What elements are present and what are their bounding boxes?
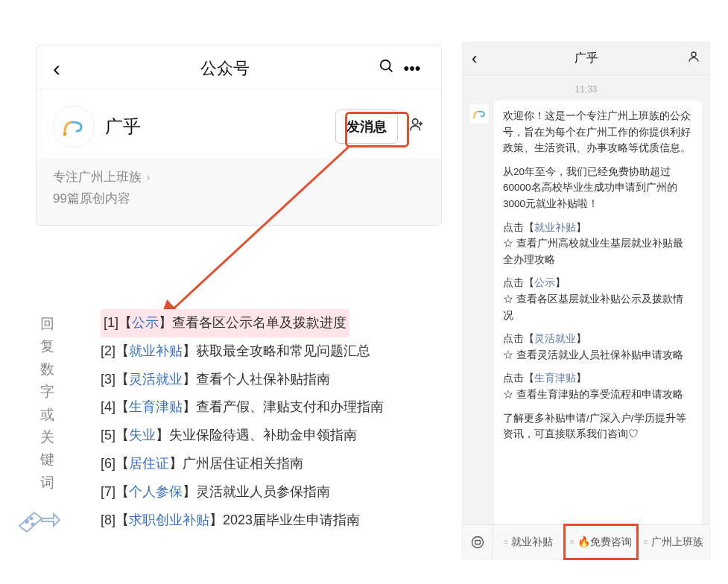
more-icon[interactable]: •••	[399, 59, 425, 78]
chat-avatar	[469, 104, 490, 124]
profile-header: ‹ 公众号 •••	[37, 45, 441, 89]
chat-profile-icon[interactable]	[683, 50, 700, 67]
svg-point-3	[413, 119, 418, 124]
keyword-row[interactable]: [5]【失业】失业保险待遇、补助金申领指南	[101, 422, 421, 450]
search-icon[interactable]	[374, 58, 399, 79]
keyword-row[interactable]: [1]【公示】查看各区公示名单及拨款进度	[101, 309, 349, 337]
svg-line-1	[389, 69, 393, 72]
menu-item[interactable]: ≡🔥免费咨询	[565, 525, 637, 559]
keyword-row[interactable]: [2]【就业补贴】获取最全攻略和常见问题汇总	[101, 337, 421, 366]
svg-point-9	[472, 536, 483, 548]
keyword-row[interactable]: [4]【生育津贴】查看产假、津贴支付和办理指南	[101, 393, 421, 422]
profile-footer: 专注广州上班族 › 99篇原创内容	[37, 158, 441, 220]
account-logo	[53, 106, 95, 147]
keyword-row[interactable]: [6]【居住证】广州居住证相关指南	[101, 450, 421, 478]
account-tagline: 专注广州上班族	[53, 167, 142, 188]
chat-back-icon[interactable]: ‹	[472, 49, 490, 69]
svg-point-2	[63, 133, 67, 136]
profile-card: ‹ 公众号 ••• 广乎 发消息 专注广州上班族	[36, 45, 442, 226]
svg-point-7	[32, 524, 34, 526]
svg-point-8	[691, 52, 696, 57]
page-title: 公众号	[75, 57, 374, 80]
back-icon[interactable]: ‹	[53, 56, 75, 81]
keyword-row[interactable]: [3]【灵活就业】查看个人社保补贴指南	[101, 366, 421, 394]
menu-item[interactable]: ≡广州上班族	[638, 525, 709, 559]
keyboard-toggle-icon[interactable]	[463, 525, 493, 559]
keyword-row[interactable]: [8]【求职创业补贴】2023届毕业生申请指南	[101, 507, 421, 535]
svg-point-6	[31, 518, 33, 520]
send-message-button[interactable]: 发消息	[335, 110, 398, 144]
cheese-arrow-icon	[16, 499, 61, 536]
svg-rect-10	[475, 540, 480, 544]
profile-body: 广乎 发消息	[37, 89, 441, 158]
follow-icon[interactable]	[408, 116, 425, 137]
chat-window: ‹ 广乎 11:33 欢迎你！这是一个专注广州上班族的公众号，旨在为每个在广州工…	[462, 42, 710, 559]
article-count: 99篇原创内容	[53, 188, 425, 210]
chat-bottom-menu: ≡就业补贴≡🔥免费咨询≡广州上班族	[463, 524, 709, 559]
menu-item[interactable]: ≡就业补贴	[493, 525, 565, 559]
chevron-right-icon[interactable]: ›	[146, 167, 151, 188]
svg-point-0	[381, 60, 390, 70]
chat-bubble: 欢迎你！这是一个专注广州上班族的公众号，旨在为每个在广州工作的你提供利好政策、生…	[494, 101, 702, 524]
account-name: 广乎	[105, 115, 335, 139]
chat-header: ‹ 广乎	[463, 42, 709, 75]
chat-timestamp: 11:33	[463, 84, 709, 95]
keyword-list: [1]【公示】查看各区公示名单及拨款进度[2]【就业补贴】获取最全攻略和常见问题…	[101, 309, 421, 534]
chat-title: 广乎	[490, 51, 683, 66]
keyword-label: 回复数字或关键词	[39, 313, 55, 494]
svg-point-5	[25, 520, 28, 523]
keyword-row[interactable]: [7]【个人参保】灵活就业人员参保指南	[101, 478, 421, 507]
